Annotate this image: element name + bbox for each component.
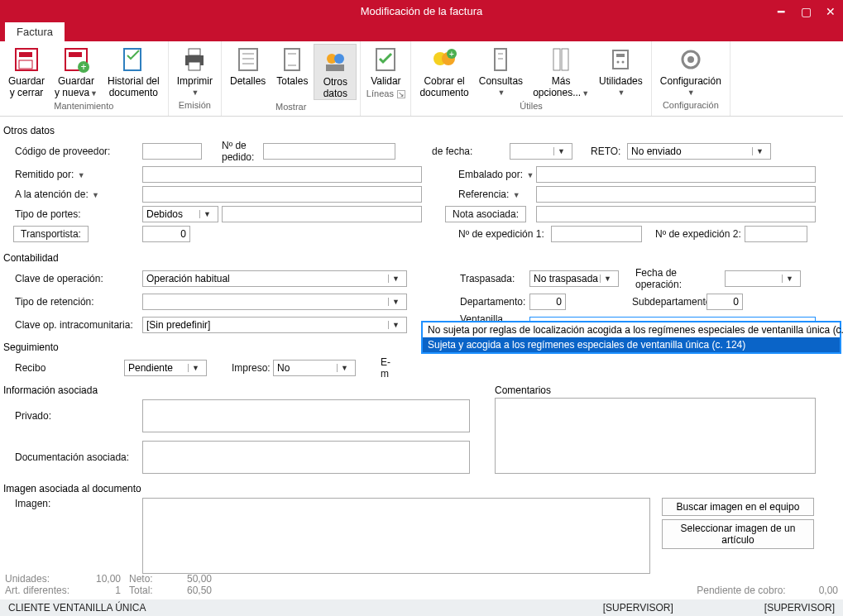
print-button[interactable]: Imprimir▼ (172, 44, 218, 98)
footer-totals: Unidades:Art. diferentes: 10,001 Neto:To… (0, 570, 843, 599)
transportista-button[interactable]: Transportista: (13, 226, 89, 242)
fecha-op-combo[interactable]: ▼ (725, 270, 801, 287)
portes-input[interactable] (222, 206, 422, 222)
group-utiles: Útiles (414, 99, 647, 112)
atencion-input[interactable] (142, 186, 422, 203)
tipo-ret-combo[interactable]: ▼ (142, 294, 407, 310)
detalles-button[interactable]: Detalles (225, 44, 271, 100)
cobrar-button[interactable]: + Cobrar eldocumento (414, 44, 473, 99)
label-reto: RETO: (572, 146, 627, 157)
label-subdep: Subdepartamento: (566, 296, 673, 308)
svg-rect-30 (562, 49, 568, 70)
subdep-input[interactable] (706, 294, 743, 310)
close-icon[interactable]: ✕ (818, 0, 843, 22)
label-traspasada: Traspasada: (447, 273, 529, 284)
label-doc-asoc: Documentación asociada: (2, 451, 142, 463)
label-remitido[interactable]: Remitido por: ▼ (2, 169, 142, 180)
group-mostrar: Mostrar (225, 100, 357, 113)
maximize-icon[interactable]: ▢ (793, 0, 818, 22)
svg-rect-20 (326, 64, 344, 71)
svg-point-34 (622, 61, 625, 64)
portes-combo[interactable]: Debidos▼ (142, 206, 218, 222)
svg-rect-10 (189, 62, 200, 70)
svg-rect-2 (19, 60, 32, 69)
label-fecha-op: Fecha de operación: (619, 267, 725, 290)
svg-rect-1 (19, 52, 32, 57)
svg-rect-11 (239, 49, 257, 70)
traspasada-combo[interactable]: No traspasada▼ (529, 270, 619, 287)
label-embalado[interactable]: Embalado por: ▼ (445, 169, 536, 180)
recibo-combo[interactable]: Pendiente▼ (124, 360, 207, 376)
transportista-input[interactable] (142, 226, 190, 242)
doc-asoc-textarea[interactable] (142, 441, 470, 474)
label-atencion[interactable]: A la atención de: ▼ (2, 189, 142, 200)
section-otros-datos: Otros datos (2, 122, 841, 138)
totales-button[interactable]: Totales (271, 44, 314, 100)
embalado-input[interactable] (536, 166, 816, 183)
label-de-fecha: de fecha: (419, 146, 510, 157)
label-referencia[interactable]: Referencia: ▼ (445, 189, 536, 200)
impreso-combo[interactable]: No▼ (273, 360, 356, 376)
seleccionar-imagen-button[interactable]: Seleccionar imagen de un artículo (662, 519, 814, 549)
privado-textarea[interactable] (142, 399, 470, 432)
label-email: E-m (356, 356, 397, 380)
svg-rect-31 (613, 50, 628, 69)
exp2-input[interactable] (745, 226, 807, 242)
totals-icon (278, 45, 306, 74)
remitido-input[interactable] (142, 166, 422, 183)
clave-op-combo[interactable]: Operación habitual▼ (142, 270, 407, 287)
utilities-icon (606, 45, 635, 74)
tab-factura[interactable]: Factura (5, 22, 65, 41)
section-contabilidad: Contabilidad (2, 249, 841, 265)
svg-rect-32 (616, 54, 625, 57)
de-fecha-combo[interactable]: ▼ (510, 143, 572, 160)
mas-opciones-button[interactable]: Másopciones...▼ (528, 44, 594, 99)
title-bar: Modificación de la factura ━ ▢ ✕ (0, 0, 843, 22)
charge-icon: + (430, 45, 458, 74)
vent-unica-dropdown[interactable]: No sujeta por reglas de localización aco… (421, 321, 841, 354)
svg-rect-4 (69, 52, 82, 57)
group-lineas: Líneas↘ (364, 87, 407, 100)
consultas-button[interactable]: Consultas▼ (474, 44, 528, 99)
svg-point-33 (617, 61, 620, 64)
imagen-preview (142, 498, 650, 574)
save-new-button[interactable]: + Guardary nueva▼ (50, 44, 103, 99)
svg-point-36 (687, 56, 694, 63)
section-comentarios: Comentarios (481, 381, 841, 398)
nota-input[interactable] (536, 206, 816, 222)
departamento-input[interactable] (529, 294, 566, 310)
clave-intra-combo[interactable]: [Sin predefinir]▼ (142, 317, 407, 333)
validar-button[interactable]: Validar (364, 44, 407, 87)
save-close-icon (12, 45, 41, 74)
minimize-icon[interactable]: ━ (769, 0, 793, 22)
history-button[interactable]: Historial deldocumento (103, 44, 165, 99)
config-button[interactable]: Configuración▼ (655, 44, 726, 98)
nota-button[interactable]: Nota asociada: (445, 206, 526, 222)
dropdown-option-selected[interactable]: Sujeta y acogida a los regímenes especia… (423, 337, 840, 352)
save-close-button[interactable]: Guardary cerrar (3, 44, 50, 99)
referencia-input[interactable] (536, 186, 816, 203)
n-pedido-input[interactable] (263, 143, 395, 160)
codigo-proveedor-input[interactable] (142, 143, 202, 160)
svg-rect-26 (495, 49, 506, 70)
label-recibo: Recibo (2, 362, 124, 374)
status-bar: CLIENTE VENTANILLA ÚNICA [SUPERVISOR] [S… (0, 599, 843, 616)
otros-datos-button[interactable]: Otrosdatos (314, 44, 357, 100)
more-icon (547, 45, 575, 74)
other-data-icon (321, 46, 349, 74)
dropdown-option[interactable]: No sujeta por reglas de localización aco… (423, 322, 840, 337)
reto-combo[interactable]: No enviado▼ (627, 143, 771, 160)
svg-point-19 (334, 54, 344, 64)
label-pendiente-cobro: Pendiente de cobro: (697, 585, 785, 596)
label-tipo-ret: Tipo de retención: (2, 296, 142, 308)
comentarios-textarea[interactable] (495, 398, 816, 474)
exp1-input[interactable] (551, 226, 642, 242)
label-clave-op: Clave de operación: (2, 273, 142, 284)
buscar-imagen-button[interactable]: Buscar imagen en el equipo (662, 498, 814, 516)
status-supervisor: [SUPERVISOR] (603, 602, 673, 614)
utilidades-button[interactable]: Utilidades▼ (594, 44, 648, 99)
label-impreso: Impreso: (207, 362, 273, 374)
label-n-pedido: Nº de pedido: (202, 140, 263, 163)
dialog-launcher-icon[interactable]: ↘ (397, 90, 405, 98)
label-portes: Tipo de portes: (2, 208, 142, 220)
